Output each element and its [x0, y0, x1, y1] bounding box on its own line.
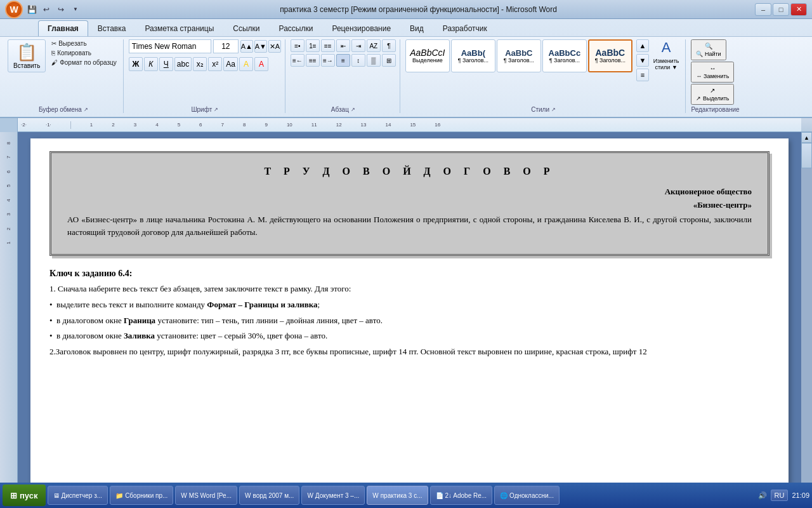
- select-button[interactable]: ↗ ↗ Выделить: [691, 84, 734, 105]
- right-text-1: Акционерное общество: [67, 187, 752, 197]
- tab-references[interactable]: Ссылки: [223, 20, 269, 36]
- document-page: Т Р У Д О В О Й Д О Г О В О Р Акционерно…: [30, 138, 789, 507]
- scroll-track[interactable]: [801, 143, 812, 508]
- document-scroll-area[interactable]: Т Р У Д О В О Й Д О Г О В О Р Акционерно…: [18, 132, 801, 508]
- find-button[interactable]: 🔍 🔍 Найти: [691, 39, 726, 60]
- tab-view[interactable]: Вид: [400, 20, 433, 36]
- styles-down-button[interactable]: ▼: [636, 54, 649, 67]
- paragraph-group-label: Абзац ↗: [291, 105, 396, 113]
- underline-button[interactable]: Ч: [159, 57, 173, 71]
- key-bullet1: • выделите весь текст и выполните команд…: [49, 298, 769, 312]
- close-btn[interactable]: ✕: [790, 3, 807, 16]
- font-size-input[interactable]: [213, 39, 239, 53]
- subscript-button[interactable]: x₂: [193, 57, 207, 71]
- scroll-thumb[interactable]: [801, 143, 812, 168]
- superscript-button[interactable]: x²: [208, 57, 222, 71]
- tab-developer[interactable]: Разработчик: [433, 20, 497, 36]
- align-center-button[interactable]: ≡≡: [306, 54, 320, 67]
- style-preview-h1: AaBb(: [461, 49, 485, 57]
- redo-quick-btn[interactable]: ↪: [55, 4, 67, 15]
- align-right-button[interactable]: ≡→: [321, 54, 335, 67]
- vertical-scrollbar: ▲ ▼: [801, 132, 812, 508]
- italic-button[interactable]: К: [144, 57, 158, 71]
- align-left-button[interactable]: ≡←: [291, 54, 304, 67]
- format-painter-button[interactable]: 🖌 Формат по образцу: [49, 58, 119, 67]
- qa-dropdown-btn[interactable]: ▼: [69, 4, 82, 15]
- bullets-button[interactable]: ≡•: [291, 39, 304, 52]
- cut-button[interactable]: ✂ Вырезать: [49, 39, 119, 48]
- taskbar-btn-3[interactable]: W ворд 2007 м...: [239, 486, 299, 505]
- tab-home[interactable]: Главная: [38, 20, 88, 36]
- ruler-corner[interactable]: [0, 118, 18, 132]
- borders-button[interactable]: ⊞: [382, 54, 396, 67]
- taskbar-btn-1[interactable]: 📁 Сборники пр...: [110, 486, 173, 505]
- decrease-indent-button[interactable]: ⇤: [336, 39, 350, 52]
- taskbar-btn-2[interactable]: W MS Word [Ре...: [175, 486, 237, 505]
- bold-button[interactable]: Ж: [129, 57, 143, 71]
- sort-button[interactable]: AZ: [367, 39, 381, 52]
- font-grow-button[interactable]: A▲: [240, 40, 253, 53]
- language-button[interactable]: RU: [771, 490, 789, 501]
- font-shrink-button[interactable]: A▼: [254, 40, 267, 53]
- undo-quick-btn[interactable]: ↩: [40, 4, 53, 15]
- taskbar-btn-0[interactable]: 🖥 Диспетчер з...: [48, 486, 108, 505]
- taskbar-btn-4[interactable]: W Документ 3 –...: [301, 486, 365, 505]
- taskbar: ⊞ пуск 🖥 Диспетчер з... 📁 Сборники пр...…: [0, 483, 812, 508]
- font-name-input[interactable]: [129, 39, 211, 53]
- bordered-document-box: Т Р У Д О В О Й Д О Г О В О Р Акционерно…: [49, 151, 769, 256]
- replace-button[interactable]: ↔ ↔ Заменить: [691, 62, 734, 83]
- office-button[interactable]: W: [5, 1, 23, 18]
- change-case-button[interactable]: Aa: [223, 57, 238, 71]
- style-heading4[interactable]: AaBbC ¶ Заголов...: [588, 39, 632, 72]
- tab-insert[interactable]: Вставка: [88, 20, 136, 36]
- font-expand-icon[interactable]: ↗: [214, 107, 218, 112]
- taskbar-btn-7[interactable]: 🌐 Одноклассни...: [494, 486, 560, 505]
- tab-review[interactable]: Рецензирование: [322, 20, 400, 36]
- numbering-button[interactable]: 1≡: [306, 39, 320, 52]
- paragraph-expand-icon[interactable]: ↗: [351, 107, 355, 112]
- paste-button[interactable]: 📋 Вставить: [8, 39, 46, 72]
- change-styles-group: A Изменитьстили ▼: [651, 39, 682, 70]
- key-bullet3: • в диалоговом окне Заливка установите: …: [49, 330, 769, 343]
- clipboard-expand-icon[interactable]: ↗: [84, 107, 88, 112]
- copy-button[interactable]: ⎘ Копировать: [49, 49, 119, 57]
- minimize-btn[interactable]: –: [755, 3, 771, 16]
- show-marks-button[interactable]: ¶: [382, 39, 396, 52]
- taskbar-icon-2: W: [181, 492, 187, 499]
- highlight-button[interactable]: A: [239, 57, 253, 71]
- taskbar-icon-3: W: [245, 492, 251, 499]
- ruler-bar: ·2··1· 12345678910111213141516: [18, 118, 801, 131]
- key-bullet2: • в диалоговом окне Граница установите: …: [49, 314, 769, 328]
- taskbar-icon-7: 🌐: [500, 492, 508, 499]
- strikethrough-button[interactable]: abc: [174, 57, 192, 71]
- increase-indent-button[interactable]: ⇥: [351, 39, 365, 52]
- taskbar-btn-6[interactable]: 📄 2↓ Adobe Re...: [430, 486, 493, 505]
- clear-format-button[interactable]: ✕A: [268, 40, 281, 53]
- tab-mailings[interactable]: Рассылки: [270, 20, 323, 36]
- start-button[interactable]: ⊞ пуск: [3, 485, 46, 506]
- style-default[interactable]: AaBbCcI Выделение: [405, 39, 450, 72]
- clipboard-group: 📋 Вставить ✂ Вырезать ⎘ Копировать 🖌 Фор…: [4, 39, 124, 113]
- window-title: практика 3 семестр [Режим ограниченной ф…: [82, 5, 755, 14]
- save-quick-btn[interactable]: 💾: [25, 4, 38, 15]
- scroll-up-button[interactable]: ▲: [801, 132, 812, 143]
- justify-button[interactable]: ≡: [336, 54, 350, 67]
- line-spacing-button[interactable]: ↕: [351, 54, 365, 67]
- style-heading2[interactable]: AaBbC ¶ Заголов...: [497, 39, 541, 72]
- multilevel-list-button[interactable]: ≡≡: [321, 39, 335, 52]
- tab-page-layout[interactable]: Разметка страницы: [135, 20, 223, 36]
- change-styles-label: Изменитьстили ▼: [653, 58, 679, 70]
- font-color-button[interactable]: A: [254, 57, 268, 71]
- styles-more-button[interactable]: ≡: [636, 69, 649, 81]
- style-heading1[interactable]: AaBb( ¶ Заголов...: [451, 39, 495, 72]
- shading-button[interactable]: ▒: [367, 54, 381, 67]
- font-size-buttons: A▲ A▼ ✕A: [240, 40, 281, 53]
- ribbon: Главная Вставка Разметка страницы Ссылки…: [0, 19, 812, 118]
- style-heading3[interactable]: AaBbCс ¶ Заголов...: [542, 39, 587, 72]
- language-indicator: 🔊: [758, 491, 767, 500]
- restore-btn[interactable]: □: [773, 3, 789, 16]
- taskbar-btn-5[interactable]: W практика 3 с...: [367, 486, 428, 505]
- vertical-ruler: 12345678: [0, 132, 18, 508]
- styles-expand-icon[interactable]: ↗: [551, 107, 556, 112]
- styles-up-button[interactable]: ▲: [636, 39, 649, 52]
